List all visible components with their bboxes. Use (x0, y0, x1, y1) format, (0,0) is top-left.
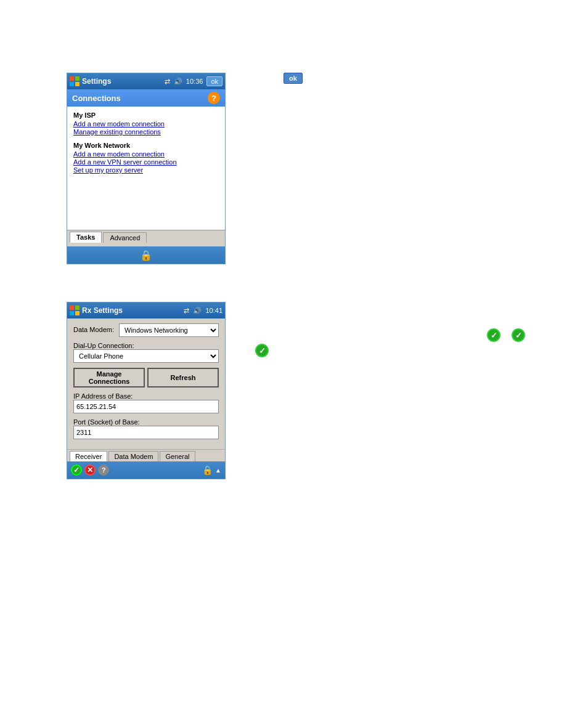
status-ok-icon[interactable]: ✓ (71, 465, 82, 476)
tab-data-modem[interactable]: Data Modem (108, 451, 158, 461)
status-help-icon[interactable]: ? (98, 465, 109, 476)
title-bar-right-1: ⇄ 🔊 10:36 ok (165, 76, 223, 86)
ok-button-1[interactable]: ok (206, 76, 223, 86)
connections-header: Connections ? (67, 89, 225, 107)
svg-rect-7 (75, 311, 80, 315)
lock-icon-2: 🔒 (202, 465, 213, 475)
window-title-1: Settings (82, 77, 111, 86)
ip-row: IP Address of Base: (73, 392, 219, 413)
status-error-icon[interactable]: ✕ (84, 465, 96, 476)
my-isp-title: My ISP (73, 112, 219, 119)
lock-icon: 🔒 (140, 249, 152, 261)
time-display-1: 10:36 (186, 78, 203, 85)
svg-rect-3 (75, 82, 80, 86)
svg-rect-4 (70, 306, 74, 310)
data-modem-row: Data Modem: Windows Networking (73, 323, 219, 337)
title-bar-2: Rx Settings ⇄ 🔊 10:41 (67, 302, 225, 318)
network-icon: ⇄ (165, 78, 170, 86)
ok-floating-button[interactable]: ok (284, 73, 303, 84)
svg-rect-2 (70, 82, 74, 86)
svg-rect-5 (75, 306, 80, 310)
green-check-icon-2: ✓ (487, 328, 500, 342)
green-check-icon-3: ✓ (512, 328, 525, 342)
title-bar-1: Settings ⇄ 🔊 10:36 ok (67, 73, 225, 89)
bottom-bar-1: 🔒 (67, 246, 225, 264)
floating-green-check-2: ✓ (487, 328, 500, 342)
rx-body: Data Modem: Windows Networking Dial-Up C… (67, 318, 225, 449)
rx-bottom-bar: ✓ ✕ ? 🔒 ▲ (67, 461, 225, 479)
tab-receiver[interactable]: Receiver (70, 451, 107, 461)
manage-connections-button[interactable]: Manage Connections (73, 368, 145, 387)
svg-rect-1 (75, 76, 80, 81)
volume-icon: 🔊 (174, 78, 182, 86)
port-row: Port (Socket) of Base: (73, 418, 219, 439)
isp-manage-link[interactable]: Manage existing connections (73, 128, 219, 136)
settings-connections-window: Settings ⇄ 🔊 10:36 ok Connections ? My I… (67, 73, 226, 264)
tabs-bar-1: Tasks Advanced (67, 230, 225, 243)
connections-title: Connections (72, 94, 121, 103)
port-label: Port (Socket) of Base: (73, 418, 140, 426)
connections-body: My ISP Add a new modem connection Manage… (67, 107, 225, 230)
dial-up-row: Dial-Up Connection: Cellular Phone (73, 342, 219, 363)
my-work-network-section: My Work Network Add a new modem connecti… (73, 142, 219, 174)
svg-rect-6 (70, 311, 74, 315)
buttons-row: Manage Connections Refresh (73, 368, 219, 387)
window-title-2: Rx Settings (82, 306, 123, 315)
rx-settings-window: Rx Settings ⇄ 🔊 10:41 Data Modem: Window… (67, 302, 226, 479)
ip-input[interactable] (73, 400, 219, 413)
data-modem-select[interactable]: Windows Networking (119, 323, 219, 337)
windows-logo-icon-2 (70, 306, 80, 315)
green-check-icon-1: ✓ (255, 344, 269, 357)
floating-green-check-3: ✓ (512, 328, 525, 342)
time-display-2: 10:41 (205, 307, 223, 314)
refresh-button[interactable]: Refresh (147, 368, 219, 387)
floating-green-check-1: ✓ (255, 344, 269, 357)
title-bar-left: Settings (70, 76, 111, 86)
ok-floating-area: ok (284, 73, 303, 84)
dial-up-label: Dial-Up Connection: (73, 342, 134, 349)
title-bar-right-2: ⇄ 🔊 10:41 (184, 307, 223, 315)
rx-tabs-bar: Receiver Data Modem General (67, 449, 225, 461)
my-isp-section: My ISP Add a new modem connection Manage… (73, 112, 219, 136)
title-bar-left-2: Rx Settings (70, 306, 123, 315)
port-input[interactable] (73, 426, 219, 439)
my-work-title: My Work Network (73, 142, 219, 149)
isp-add-modem-link[interactable]: Add a new modem connection (73, 120, 219, 128)
help-icon[interactable]: ? (208, 92, 220, 104)
svg-rect-0 (70, 76, 74, 81)
data-modem-label: Data Modem: (73, 326, 114, 333)
volume-icon-2: 🔊 (193, 307, 202, 315)
work-add-modem-link[interactable]: Add a new modem connection (73, 150, 219, 158)
windows-logo-icon (70, 76, 80, 86)
work-add-vpn-link[interactable]: Add a new VPN server connection (73, 158, 219, 166)
tab-general[interactable]: General (160, 451, 195, 461)
arrow-up-icon: ▲ (215, 467, 221, 474)
work-proxy-link[interactable]: Set up my proxy server (73, 166, 219, 174)
tab-tasks[interactable]: Tasks (70, 232, 102, 243)
network-icon-2: ⇄ (184, 307, 189, 315)
ip-label: IP Address of Base: (73, 392, 133, 400)
dial-up-select[interactable]: Cellular Phone (73, 349, 219, 363)
tab-advanced[interactable]: Advanced (103, 232, 147, 243)
